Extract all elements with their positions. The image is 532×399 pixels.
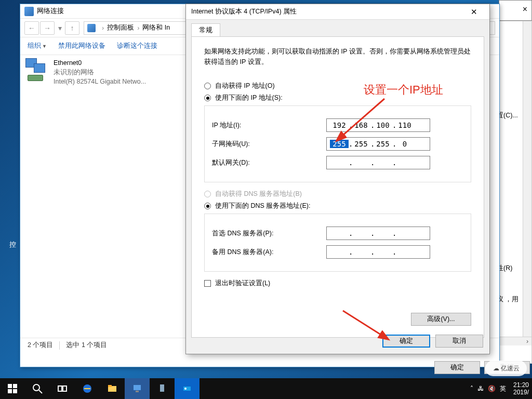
ip-group: IP 地址(I): 192. 168. 100. 110 子网掩码(U): 25… [204,105,471,182]
dialog-buttons: 确定 取消 [382,335,483,348]
start-button[interactable] [0,378,25,399]
desktop-text: 控 [9,240,16,249]
breadcrumb-item[interactable]: 网络和 In [142,23,170,32]
watermark-badge: ☁ 亿速云 [485,361,527,376]
svg-rect-2 [8,384,12,388]
selection-count: 选中 1 个项目 [66,341,107,350]
label-subnet-mask: 子网掩码(U): [212,140,326,149]
scroll-right-icon[interactable]: › [523,338,531,345]
adapter-item-ethernet0[interactable]: Ethernet0 未识别的网络 Intel(R) 82574L Gigabit… [20,55,176,89]
adapter-driver: Intel(R) 82574L Gigabit Netwo... [54,77,146,86]
ok-button[interactable]: 确定 [434,361,480,374]
up-button[interactable]: ↑ [65,21,79,35]
taskbar-app-explorer[interactable] [100,378,125,399]
ipv4-properties-dialog: Internet 协议版本 4 (TCP/IPv4) 属性 ✕ 常规 如果网络支… [185,4,490,354]
tab-general[interactable]: 常规 [191,23,220,37]
ip-address-input[interactable]: 192. 168. 100. 110 [326,118,430,132]
svg-rect-14 [136,391,139,392]
svg-rect-13 [134,385,141,390]
system-tray[interactable]: ˄ 🖧 🔇 英 [466,384,510,393]
control-panel-icon [87,24,96,32]
diagnose-button[interactable]: 诊断这个连接 [117,42,157,50]
svg-line-7 [39,390,42,393]
ime-indicator[interactable]: 英 [500,384,506,393]
validate-on-exit-checkbox[interactable]: 退出时验证设置(L) [204,279,471,288]
window-title: 网络连接 [37,7,64,16]
label-dns-primary: 首选 DNS 服务器(P): [212,229,326,238]
back-button[interactable]: ← [24,21,39,35]
label-ip: IP 地址(I): [212,121,326,130]
item-count: 2 个项目 [28,341,53,350]
close-icon[interactable]: × [523,5,527,14]
disable-device-button[interactable]: 禁用此网络设备 [58,42,105,50]
taskbar-app-server[interactable] [150,378,175,399]
checkbox-icon [204,280,211,287]
search-button[interactable] [25,378,50,399]
svg-rect-3 [13,384,17,388]
taskbar-app-settings[interactable] [175,378,200,399]
adapter-status: 未识别的网络 [54,68,146,77]
svg-rect-12 [108,385,112,387]
dialog-title: Internet 协议版本 4 (TCP/IPv4) 属性 [191,7,297,16]
taskbar-app-ie[interactable] [75,378,100,399]
radio-icon [204,191,211,197]
dialog-titlebar[interactable]: Internet 协议版本 4 (TCP/IPv4) 属性 ✕ [186,4,489,20]
network-tray-icon[interactable]: 🖧 [477,385,484,392]
ok-button[interactable]: 确定 [382,335,430,348]
adapter-name: Ethernet0 [54,58,146,68]
volume-tray-icon[interactable]: 🔇 [488,385,496,392]
radio-icon [204,95,211,101]
dns-primary-input[interactable]: ... [326,227,430,240]
forward-button: → [40,21,55,35]
task-view-button[interactable] [50,378,75,399]
tab-strip: 常规 [186,20,489,36]
network-icon [24,7,34,16]
background-window-titlebar: × [499,0,532,21]
history-dropdown[interactable]: ▾ [56,21,64,35]
description-text: 如果网络支持此功能，则可以获取自动指派的 IP 设置。否则，你需要从网络系统管理… [204,46,471,67]
annotation-set-ip: 设置一个IP地址 [364,82,443,98]
organize-menu[interactable]: 组织▼ [28,42,47,50]
breadcrumb-item[interactable]: 控制面板 [107,23,134,32]
taskbar-clock[interactable]: 21:20 2019/ [510,381,532,396]
dns-group: 首选 DNS 服务器(P): ... 备用 DNS 服务器(A): ... [204,214,471,272]
label-gateway: 默认网关(D): [212,158,326,167]
scrollbar-vertical[interactable] [523,21,531,345]
svg-point-17 [184,388,187,390]
general-panel: 如果网络支持此功能，则可以获取自动指派的 IP 设置。否则，你需要从网络系统管理… [191,36,484,338]
chevron-right-icon: › [102,24,104,32]
svg-rect-15 [160,384,164,392]
svg-rect-8 [58,386,62,391]
label-dns-alt: 备用 DNS 服务器(A): [212,248,326,257]
taskbar-app-network[interactable] [125,378,150,399]
svg-rect-5 [13,389,17,393]
adapter-icon [24,58,50,84]
taskbar[interactable]: ˄ 🖧 🔇 英 21:20 2019/ [0,378,532,399]
radio-icon [204,83,211,89]
cloud-icon: ☁ [493,365,499,372]
cancel-button[interactable]: 取消 [435,335,483,348]
svg-point-6 [33,384,39,391]
radio-manual-dns[interactable]: 使用下面的 DNS 服务器地址(E): [204,202,471,210]
dns-alt-input[interactable]: ... [326,245,430,259]
svg-rect-9 [63,386,66,391]
subnet-mask-input[interactable]: 255. 255. 255. 0 [326,137,430,151]
advanced-button[interactable]: 高级(V)... [411,313,471,326]
default-gateway-input[interactable]: ... [326,156,430,169]
close-button[interactable]: ✕ [463,5,484,19]
tray-chevron-up-icon[interactable]: ˄ [470,385,473,392]
svg-rect-4 [8,389,12,393]
chevron-right-icon: › [137,24,139,32]
radio-icon [204,203,211,209]
radio-auto-dns: 自动获得 DNS 服务器地址(B) [204,190,471,198]
